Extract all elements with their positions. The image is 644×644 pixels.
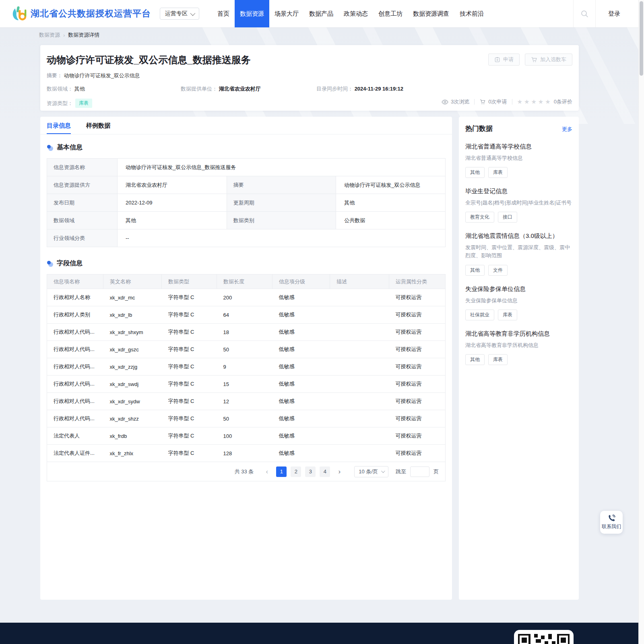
table-cell: 128 (217, 445, 272, 462)
table-cell: 行政相对人代码... (47, 376, 103, 393)
pagination: 共 33 条 ‹ 1234 › 10 条/页 跳至 页 (47, 462, 446, 481)
column-header: 数据类型 (162, 275, 217, 289)
total-count: 共 33 条 (235, 468, 254, 475)
table-cell (330, 445, 389, 462)
tag-badge: 库表 (498, 310, 517, 320)
hot-item-title[interactable]: 湖北省地震震情信息（3.0级以上） (465, 232, 572, 240)
table-cell: 行政相对人代码... (47, 393, 103, 410)
resource-header-card: 动物诊疗许可证核发_双公示信息_数据推送服务 摘要： 动物诊疗许可证核发_双公示… (40, 45, 579, 111)
applies-stat: 0次申请 (479, 98, 507, 105)
basic-info-section-head: 基本信息 (47, 143, 446, 152)
search-button[interactable] (573, 0, 596, 27)
page-button-3[interactable]: 3 (305, 466, 316, 477)
list-item[interactable]: 湖北省普通高等学校信息湖北省普通高等学校信息其他库表 (465, 143, 572, 178)
breadcrumb: 数据资源 › 数据资源详情 (39, 31, 99, 39)
contact-us-button[interactable]: 联系我们 (600, 511, 623, 534)
footer-qr-code (514, 630, 574, 644)
table-cell: 行政相对人代码... (47, 358, 103, 376)
table-cell: 可授权运营 (389, 410, 446, 427)
tag-badge: 教育文化 (465, 212, 494, 223)
table-row: 行政相对人代码...xk_xdr_shxym字符串型 C18低敏感可授权运营 (47, 324, 446, 341)
cart-small-icon (479, 99, 486, 105)
breadcrumb-item-resources[interactable]: 数据资源 (39, 31, 60, 39)
chevron-down-icon (190, 10, 196, 16)
nav-item-5[interactable]: 政策动态 (339, 0, 373, 27)
table-cell: 低敏感 (272, 445, 330, 462)
meta-value-domain: 其他 (74, 86, 85, 92)
page-button-4[interactable]: 4 (320, 466, 330, 477)
page-size-select[interactable]: 10 条/页 (354, 466, 388, 477)
field-value: 公共数据 (336, 212, 446, 229)
table-cell: 字符串型 C (162, 306, 217, 324)
hot-item-desc: 失业保险参保单位信息 (465, 297, 572, 305)
table-cell: 行政相对人代码... (47, 324, 103, 341)
list-item[interactable]: 失业保险参保单位信息失业保险参保单位信息社保就业库表 (465, 285, 572, 320)
field-table-header-row: 信息项名称英文名称数据类型数据长度信息项分级描述运营属性分类 (47, 275, 446, 289)
field-value: 动物诊疗许可证核发_双公示信息 (336, 176, 446, 194)
tag-badge: 其他 (465, 167, 485, 178)
hot-item-title[interactable]: 失业保险参保单位信息 (465, 285, 572, 293)
table-cell: 低敏感 (272, 341, 330, 358)
nav-item-1[interactable]: 首页 (212, 0, 235, 27)
list-item[interactable]: 毕业生登记信息全宗号|题名|档号|形成时间|毕业生姓名|证书号教育文化接口 (465, 188, 572, 223)
tab-catalog-info[interactable]: 目录信息 (47, 117, 71, 134)
table-cell: 64 (217, 306, 272, 324)
more-link[interactable]: 更多 (562, 126, 572, 133)
table-row: 法定代表人xk_frdb字符串型 C100低敏感可授权运营 (47, 427, 446, 445)
table-cell: xk_xdr_swdj (103, 376, 162, 393)
tag-badge: 其他 (465, 354, 485, 365)
table-cell: 可授权运营 (389, 445, 446, 462)
hot-data-title: 热门数据 (465, 124, 493, 133)
table-cell: 15 (217, 376, 272, 393)
hot-item-title[interactable]: 湖北省普通高等学校信息 (465, 143, 572, 151)
nav-item-7[interactable]: 数据资源调查 (408, 0, 454, 27)
nav-item-2[interactable]: 数据资源 (235, 0, 269, 27)
table-row: 法定代表人证件...xk_fr_zhlx字符串型 C128低敏感可授权运营 (47, 445, 446, 462)
hot-item-desc: 发震时间、震中位置、震源深度、震级、震中烈度、影响范围 (465, 244, 572, 260)
apply-button[interactable]: 申请 (488, 54, 520, 66)
table-cell: 18 (217, 324, 272, 341)
table-cell: 低敏感 (272, 376, 330, 393)
table-cell: xk_fr_zhlx (103, 445, 162, 462)
page-scrollbar[interactable] (638, 0, 644, 644)
brand-logo[interactable]: 湖北省公共数据授权运营平台 (10, 5, 151, 22)
hot-item-title[interactable]: 毕业生登记信息 (465, 188, 572, 195)
table-cell (330, 289, 389, 306)
page-button-1[interactable]: 1 (276, 466, 287, 477)
table-cell: 可授权运营 (389, 289, 446, 306)
table-cell: 12 (217, 393, 272, 410)
tab-sample-data[interactable]: 样例数据 (86, 117, 110, 134)
rating-stars[interactable]: ★★★★★ (517, 98, 552, 105)
login-button[interactable]: 登录 (596, 10, 633, 18)
table-cell: 法定代表人 (47, 427, 103, 445)
list-item[interactable]: 湖北省高等教育非学历机构信息湖北省高等教育非学历机构信息其他库表 (465, 330, 572, 365)
list-item[interactable]: 湖北省地震震情信息（3.0级以上）发震时间、震中位置、震源深度、震级、震中烈度、… (465, 232, 572, 275)
table-cell: xk_xdr_lb (103, 306, 162, 324)
table-cell (330, 393, 389, 410)
table-cell (330, 427, 389, 445)
scrollbar-thumb[interactable] (640, 1, 643, 76)
add-to-cart-button[interactable]: 加入选数车 (525, 54, 572, 66)
nav-item-4[interactable]: 数据产品 (304, 0, 339, 27)
applies-count: 0次申请 (488, 98, 507, 105)
nav-item-3[interactable]: 场景大厅 (269, 0, 304, 27)
hot-item-title[interactable]: 湖北省高等教育非学历机构信息 (465, 330, 572, 338)
table-cell: xk_xdr_shzz (103, 410, 162, 427)
nav-item-8[interactable]: 技术前沿 (454, 0, 489, 27)
zone-select[interactable]: 运营专区 (160, 8, 199, 20)
jump-page-input[interactable] (410, 466, 429, 477)
field-value: -- (118, 229, 446, 247)
field-label: 信息资源提供方 (47, 176, 118, 194)
column-header: 信息项分级 (272, 275, 330, 289)
page-button-2[interactable]: 2 (291, 466, 301, 477)
table-cell: 字符串型 C (162, 289, 217, 306)
table-cell: 可授权运营 (389, 324, 446, 341)
clipboard-plus-icon (494, 57, 500, 63)
tag-badge: 文件 (488, 265, 508, 276)
column-header: 信息项名称 (47, 275, 103, 289)
next-page-button[interactable]: › (334, 466, 345, 477)
prev-page-button[interactable]: ‹ (262, 466, 272, 477)
nav-item-6[interactable]: 创意工坊 (373, 0, 408, 27)
table-cell: 9 (217, 358, 272, 376)
field-value: 其他 (336, 194, 446, 212)
